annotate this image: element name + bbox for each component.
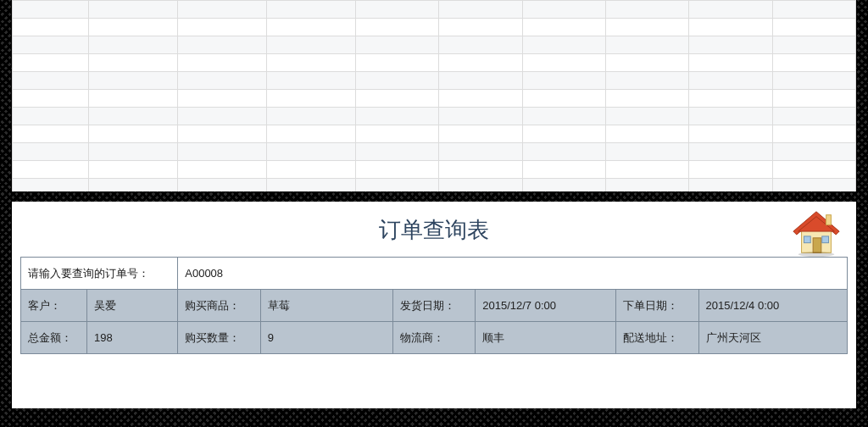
qty-value: 9 bbox=[260, 322, 392, 354]
qty-label: 购买数量： bbox=[178, 322, 261, 354]
svg-rect-3 bbox=[813, 238, 821, 252]
search-value[interactable]: A00008 bbox=[178, 258, 848, 290]
form-title: 订单查询表 bbox=[20, 207, 848, 257]
ship-date-label: 发货日期： bbox=[392, 290, 476, 322]
svg-point-7 bbox=[798, 252, 835, 257]
page-canvas: 订单查询表 请输入要查询的订单号： A00008 客户： bbox=[0, 0, 868, 427]
svg-rect-6 bbox=[826, 215, 832, 225]
logistics-value: 顺丰 bbox=[476, 322, 616, 354]
order-form: 请输入要查询的订单号： A00008 bbox=[20, 257, 848, 290]
product-label: 购买商品： bbox=[178, 290, 261, 322]
logistics-label: 物流商： bbox=[392, 322, 476, 354]
svg-rect-5 bbox=[822, 236, 829, 243]
search-label: 请输入要查询的订单号： bbox=[21, 258, 178, 290]
home-icon[interactable] bbox=[790, 207, 843, 259]
order-details: 客户： 吴爱 购买商品： 草莓 发货日期： 2015/12/7 0:00 下单日… bbox=[20, 289, 848, 354]
spreadsheet-panel bbox=[12, 0, 856, 191]
total-label: 总金额： bbox=[21, 322, 87, 354]
order-form-panel: 订单查询表 请输入要查询的订单号： A00008 客户： bbox=[12, 202, 856, 408]
svg-rect-4 bbox=[804, 236, 810, 243]
empty-grid bbox=[12, 0, 856, 191]
address-value: 广州天河区 bbox=[698, 322, 848, 354]
ship-date-value: 2015/12/7 0:00 bbox=[476, 290, 616, 322]
address-label: 配送地址： bbox=[616, 322, 699, 354]
customer-label: 客户： bbox=[21, 290, 87, 322]
order-date-value: 2015/12/4 0:00 bbox=[698, 290, 848, 322]
customer-value: 吴爱 bbox=[87, 290, 178, 322]
order-date-label: 下单日期： bbox=[616, 290, 699, 322]
total-value: 198 bbox=[87, 322, 178, 354]
product-value: 草莓 bbox=[260, 290, 392, 322]
